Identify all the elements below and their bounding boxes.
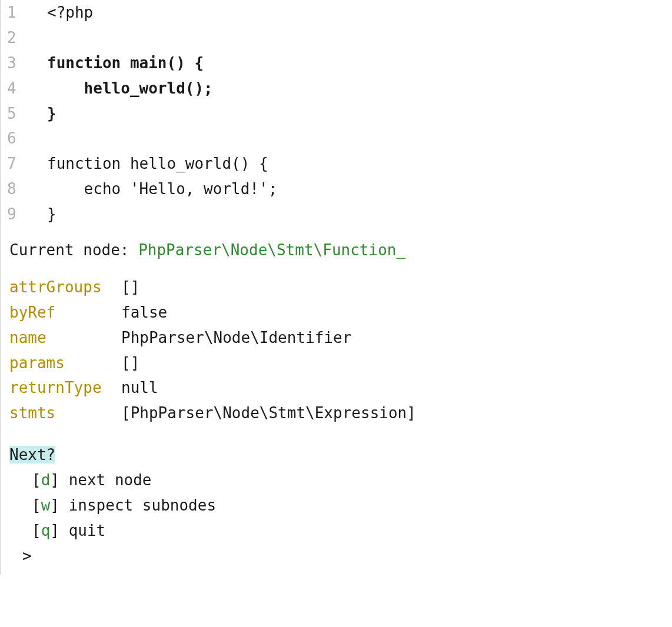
code-text: } bbox=[35, 202, 56, 227]
line-number: 2 bbox=[1, 25, 35, 51]
prompt-option-label: next node bbox=[69, 471, 152, 489]
current-node-line: Current node: PhpParser\Node\Stmt\Functi… bbox=[1, 232, 672, 269]
prompt-option-key: d bbox=[41, 471, 51, 489]
current-node-label: Current node: bbox=[9, 241, 138, 259]
property-row: stmts[PhpParser\Node\Stmt\Expression] bbox=[9, 401, 672, 426]
current-node-type: PhpParser\Node\Stmt\Function_ bbox=[138, 241, 405, 259]
property-row: params[] bbox=[9, 351, 672, 376]
code-text: hello_world(); bbox=[35, 76, 213, 101]
property-key: attrGroups bbox=[9, 275, 121, 300]
prompt-option[interactable]: [d] next node bbox=[9, 468, 672, 493]
property-value: null bbox=[121, 375, 158, 401]
property-value: PhpParser\Node\Identifier bbox=[121, 325, 351, 351]
prompt-cursor[interactable]: > bbox=[9, 543, 672, 569]
prompt-option-key: q bbox=[41, 522, 51, 539]
code-line: 2 bbox=[1, 25, 672, 51]
code-line: 5} bbox=[1, 101, 672, 126]
code-listing: 1<?php23function main() {4 hello_world()… bbox=[1, 0, 672, 232]
line-number: 5 bbox=[1, 101, 35, 126]
line-number: 6 bbox=[1, 126, 35, 151]
code-line: 8 echo 'Hello, world!'; bbox=[1, 176, 672, 202]
prompt-option[interactable]: [q] quit bbox=[9, 518, 672, 543]
prompt-title: Next? bbox=[9, 446, 55, 463]
property-key: name bbox=[9, 325, 121, 351]
code-line: 4 hello_world(); bbox=[1, 76, 672, 101]
prompt-option-label: inspect subnodes bbox=[69, 496, 216, 514]
line-number: 9 bbox=[1, 202, 35, 227]
prompt-option-key: w bbox=[41, 496, 51, 514]
property-key: params bbox=[9, 351, 121, 376]
property-key: stmts bbox=[9, 401, 121, 426]
code-line: 7function hello_world() { bbox=[1, 151, 672, 176]
property-value: false bbox=[121, 300, 167, 325]
code-text: } bbox=[35, 101, 56, 126]
property-row: byReffalse bbox=[9, 300, 672, 325]
property-row: returnTypenull bbox=[9, 375, 672, 401]
property-value: [] bbox=[121, 351, 139, 376]
property-key: returnType bbox=[9, 375, 121, 401]
code-text: <?php bbox=[35, 0, 93, 25]
property-value: [] bbox=[121, 275, 139, 300]
code-line: 6 bbox=[1, 126, 672, 151]
property-value: [PhpParser\Node\Stmt\Expression] bbox=[121, 401, 416, 426]
property-key: byRef bbox=[9, 300, 121, 325]
code-line: 9} bbox=[1, 202, 672, 227]
code-text: echo 'Hello, world!'; bbox=[35, 176, 277, 202]
line-number: 3 bbox=[1, 51, 35, 76]
prompt-block: Next? [d] next node[w] inspect subnodes[… bbox=[1, 432, 672, 574]
property-row: attrGroups[] bbox=[9, 275, 672, 300]
line-number: 7 bbox=[1, 151, 35, 176]
prompt-option-label: quit bbox=[69, 522, 106, 539]
code-text: function main() { bbox=[35, 51, 204, 76]
line-number: 4 bbox=[1, 76, 35, 101]
code-line: 3function main() { bbox=[1, 51, 672, 76]
code-text: function hello_world() { bbox=[35, 151, 268, 176]
code-line: 1<?php bbox=[1, 0, 672, 25]
line-number: 8 bbox=[1, 176, 35, 202]
property-row: namePhpParser\Node\Identifier bbox=[9, 325, 672, 351]
line-number: 1 bbox=[1, 0, 35, 25]
node-properties: attrGroups[]byReffalsenamePhpParser\Node… bbox=[1, 269, 672, 432]
prompt-option[interactable]: [w] inspect subnodes bbox=[9, 493, 672, 518]
